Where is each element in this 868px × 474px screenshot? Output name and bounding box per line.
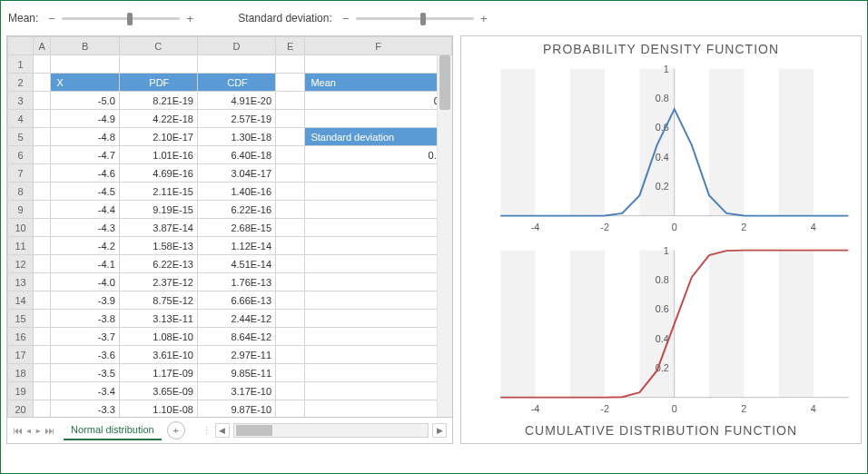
x-cell[interactable]: -3.3 bbox=[51, 400, 119, 418]
cdf-chart[interactable]: -4-20240.20.40.60.81 bbox=[465, 240, 857, 421]
sd-value-cell[interactable]: 0.55 bbox=[305, 146, 452, 164]
cdf-cell[interactable]: 8.64E-12 bbox=[197, 328, 275, 346]
sd-slider[interactable]: − + bbox=[340, 12, 490, 25]
row-header[interactable]: 10 bbox=[8, 219, 34, 237]
pdf-cell[interactable]: 9.19E-15 bbox=[119, 201, 197, 219]
pdf-cell[interactable]: 3.87E-14 bbox=[119, 219, 197, 237]
row-header[interactable]: 16 bbox=[8, 328, 34, 346]
x-cell[interactable]: -4.0 bbox=[51, 273, 119, 291]
hscroll-grip-icon[interactable]: ⋮ bbox=[202, 425, 212, 437]
cdf-cell[interactable]: 2.44E-12 bbox=[197, 310, 275, 328]
x-cell[interactable]: -3.5 bbox=[51, 364, 119, 382]
pdf-cell[interactable]: 3.65E-09 bbox=[119, 382, 197, 400]
pdf-cell[interactable]: 8.21E-19 bbox=[119, 92, 197, 110]
sd-label-cell[interactable]: Standard deviation bbox=[305, 128, 452, 146]
table-row[interactable]: 12-4.16.22E-134.51E-14 bbox=[8, 255, 452, 273]
col-header-b[interactable]: B bbox=[51, 37, 119, 55]
data-table[interactable]: A B C D E F 12XPDFCDFMean3-5.08.21E-194.… bbox=[7, 36, 452, 417]
mean-slider[interactable]: − + bbox=[45, 12, 196, 25]
cdf-cell[interactable]: 6.66E-13 bbox=[197, 291, 275, 310]
vertical-scrollbar-thumb[interactable] bbox=[439, 55, 450, 110]
cdf-cell[interactable]: 1.12E-14 bbox=[197, 237, 275, 255]
row-header[interactable]: 7 bbox=[8, 164, 34, 183]
table-row[interactable]: 2XPDFCDFMean bbox=[8, 74, 452, 92]
x-cell[interactable]: -4.3 bbox=[51, 219, 119, 237]
x-cell[interactable]: -3.8 bbox=[51, 310, 119, 328]
table-row[interactable]: 4-4.94.22E-182.57E-19 bbox=[8, 110, 452, 128]
col-header-a[interactable]: A bbox=[34, 37, 51, 55]
x-cell[interactable]: -4.2 bbox=[51, 237, 119, 255]
cdf-cell[interactable]: 4.91E-20 bbox=[197, 92, 275, 110]
x-cell[interactable]: -4.7 bbox=[51, 146, 119, 164]
row-header[interactable]: 6 bbox=[8, 146, 34, 164]
col-header-e[interactable]: E bbox=[276, 37, 305, 55]
table-row[interactable]: 16-3.71.08E-108.64E-12 bbox=[8, 328, 452, 346]
x-cell[interactable]: -3.6 bbox=[51, 346, 119, 364]
row-header[interactable]: 5 bbox=[8, 128, 34, 146]
table-row[interactable]: 11-4.21.58E-131.12E-14 bbox=[8, 237, 452, 255]
table-row[interactable]: 14-3.98.75E-126.66E-13 bbox=[8, 291, 452, 310]
sheet-nav-first-icon[interactable]: ⏮ bbox=[13, 425, 26, 436]
pdf-cell[interactable]: 2.37E-12 bbox=[119, 273, 197, 291]
x-cell[interactable]: -3.4 bbox=[51, 382, 119, 400]
column-header-row[interactable]: A B C D E F bbox=[8, 37, 452, 55]
sheet-nav-buttons[interactable]: ⏮◀▶⏭ bbox=[13, 425, 58, 436]
table-row[interactable]: 19-3.43.65E-093.17E-10 bbox=[8, 382, 452, 400]
cdf-cell[interactable]: 3.17E-10 bbox=[197, 382, 275, 400]
row-header[interactable]: 3 bbox=[8, 92, 34, 110]
cdf-cell[interactable]: 6.22E-16 bbox=[197, 201, 275, 219]
table-row[interactable]: 6-4.71.01E-166.40E-180.55 bbox=[8, 146, 452, 164]
sd-slider-track[interactable] bbox=[356, 17, 474, 20]
table-row[interactable]: 7-4.64.69E-163.04E-17 bbox=[8, 164, 452, 183]
row-header[interactable]: 1 bbox=[8, 55, 34, 74]
mean-slider-thumb[interactable] bbox=[127, 13, 133, 25]
cdf-cell[interactable]: 9.87E-10 bbox=[197, 400, 275, 418]
sheet-tab-active[interactable]: Normal distribution bbox=[64, 420, 162, 440]
mean-label-cell[interactable]: Mean bbox=[305, 74, 452, 92]
table-row[interactable]: 17-3.63.61E-102.97E-11 bbox=[8, 346, 452, 364]
pdf-chart[interactable]: -4-20240.20.40.60.81 bbox=[465, 58, 857, 240]
row-header[interactable]: 20 bbox=[8, 400, 34, 418]
table-row[interactable]: 13-4.02.37E-121.76E-13 bbox=[8, 273, 452, 291]
row-header[interactable]: 19 bbox=[8, 382, 34, 400]
row-header[interactable]: 4 bbox=[8, 110, 34, 128]
header-pdf-cell[interactable]: PDF bbox=[119, 74, 197, 92]
add-sheet-button[interactable]: + bbox=[167, 421, 185, 439]
x-cell[interactable]: -3.9 bbox=[51, 291, 119, 310]
row-header[interactable]: 13 bbox=[8, 273, 34, 291]
vertical-scrollbar[interactable] bbox=[437, 55, 452, 417]
hscroll-left-button[interactable]: ◀ bbox=[215, 423, 230, 438]
cdf-cell[interactable]: 4.51E-14 bbox=[197, 255, 275, 273]
sd-decrease-button[interactable]: − bbox=[340, 12, 352, 25]
cdf-cell[interactable]: 6.40E-18 bbox=[197, 146, 275, 164]
horizontal-scrollbar[interactable]: ⋮ ◀ ▶ bbox=[202, 423, 447, 438]
header-cdf-cell[interactable]: CDF bbox=[197, 74, 275, 92]
table-row[interactable]: 3-5.08.21E-194.91E-200.0 bbox=[8, 92, 452, 110]
mean-value-cell[interactable]: 0.0 bbox=[305, 92, 452, 110]
col-header-d[interactable]: D bbox=[197, 37, 275, 55]
x-cell[interactable]: -4.5 bbox=[51, 183, 119, 201]
table-row[interactable]: 8-4.52.11E-151.40E-16 bbox=[8, 183, 452, 201]
sheet-nav-prev-icon[interactable]: ◀ bbox=[26, 425, 35, 436]
mean-slider-track[interactable] bbox=[62, 17, 180, 20]
cdf-cell[interactable]: 2.68E-15 bbox=[197, 219, 275, 237]
row-header[interactable]: 9 bbox=[8, 201, 34, 219]
table-row[interactable]: 1 bbox=[8, 55, 452, 74]
pdf-cell[interactable]: 4.22E-18 bbox=[119, 110, 197, 128]
table-row[interactable]: 15-3.83.13E-112.44E-12 bbox=[8, 310, 452, 328]
select-all-cell[interactable] bbox=[8, 37, 34, 55]
x-cell[interactable]: -5.0 bbox=[51, 92, 119, 110]
sheet-nav-last-icon[interactable]: ⏭ bbox=[44, 425, 58, 436]
pdf-cell[interactable]: 6.22E-13 bbox=[119, 255, 197, 273]
cdf-cell[interactable]: 2.57E-19 bbox=[197, 110, 275, 128]
x-cell[interactable]: -4.4 bbox=[51, 201, 119, 219]
cdf-cell[interactable]: 3.04E-17 bbox=[197, 164, 275, 183]
pdf-cell[interactable]: 2.11E-15 bbox=[119, 183, 197, 201]
cdf-cell[interactable]: 9.85E-11 bbox=[197, 364, 275, 382]
x-cell[interactable]: -4.8 bbox=[51, 128, 119, 146]
cdf-cell[interactable]: 1.40E-16 bbox=[197, 183, 275, 201]
row-header[interactable]: 17 bbox=[8, 346, 34, 364]
cdf-cell[interactable]: 2.97E-11 bbox=[197, 346, 275, 364]
pdf-cell[interactable]: 1.01E-16 bbox=[119, 146, 197, 164]
hscroll-thumb[interactable] bbox=[236, 425, 272, 436]
